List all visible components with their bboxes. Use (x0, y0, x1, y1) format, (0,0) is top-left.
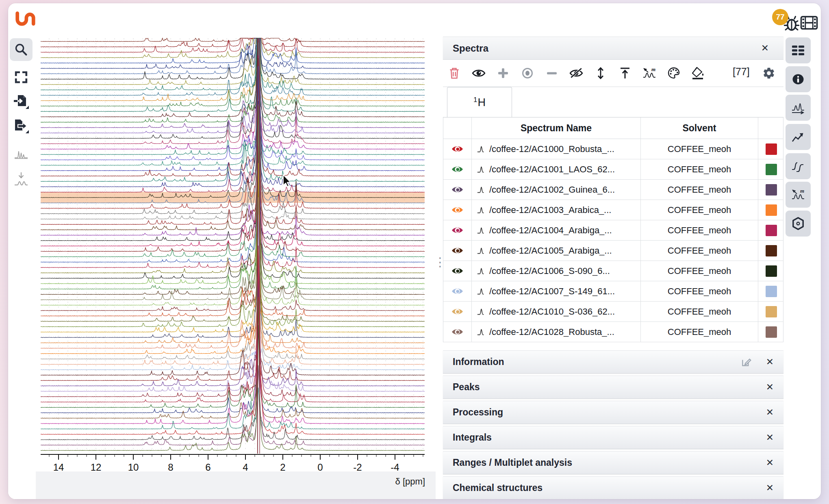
recording-film-icon[interactable] (800, 14, 818, 32)
spectra-plot-canvas[interactable]: 14121086420-2-4 (36, 36, 436, 471)
import-button[interactable] (10, 90, 33, 113)
color-swatch[interactable] (766, 164, 777, 175)
table-row[interactable]: /coffee-12/AC1003_Arabica_...COFFEE_meoh (443, 200, 783, 220)
accordion-close-button[interactable]: ✕ (766, 408, 774, 417)
center-vertically-icon[interactable] (595, 67, 606, 80)
align-top-icon[interactable] (619, 67, 631, 80)
accordion-close-button[interactable]: ✕ (766, 483, 774, 493)
visibility-eye-icon[interactable] (451, 144, 464, 154)
visibility-eye-icon[interactable] (451, 327, 464, 337)
header-color-column (758, 117, 784, 139)
panel-settings-gear-icon[interactable] (762, 67, 776, 80)
x-axis-tick-label: 10 (128, 462, 139, 471)
color-swatch[interactable] (766, 286, 777, 297)
arrow-down-to-peaks-icon (13, 171, 29, 188)
spectrum-name: /coffee-12/AC1001_LAOS_62... (489, 164, 615, 175)
spectra-table: Spectrum Name Solvent /coffee-12/AC1000_… (443, 117, 783, 342)
app-logo[interactable] (14, 10, 37, 28)
color-swatch[interactable] (766, 326, 777, 338)
table-row[interactable]: /coffee-12/AC1028_Robusta_...COFFEE_meoh (443, 322, 783, 342)
baseline-correction-button[interactable] (10, 168, 33, 191)
zoom-tool-button[interactable] (10, 38, 33, 61)
visibility-eye-icon[interactable] (451, 185, 464, 194)
spectrum-name: /coffee-12/AC1003_Arabica_... (489, 205, 611, 215)
information-panel-button[interactable] (786, 66, 811, 92)
panel-splitter-handle[interactable]: ⋮ (434, 259, 441, 283)
accordion-close-button[interactable]: ✕ (766, 357, 774, 367)
accordion-processing[interactable]: Processing✕ (443, 401, 783, 424)
table-row[interactable]: /coffee-12/AC1007_S-149_61...COFFEE_meoh (443, 281, 783, 302)
fullscreen-button[interactable] (10, 66, 33, 89)
accordion-information[interactable]: Information✕ (443, 350, 783, 374)
visibility-eye-icon[interactable] (451, 205, 464, 215)
table-row[interactable]: /coffee-12/AC1002_Guinea_6...COFFEE_meoh (443, 180, 783, 200)
accordion-peaks[interactable]: Peaks✕ (443, 376, 783, 399)
accordion-close-button[interactable]: ✕ (766, 433, 774, 442)
apodization-tool-button[interactable] (10, 142, 33, 165)
auto-ranges-multiplet-icon[interactable]: m (642, 67, 656, 80)
header-spectrum-name: Spectrum Name (472, 117, 641, 139)
chemical-structure-panel-button[interactable] (786, 211, 811, 237)
tab-label: H (477, 96, 486, 109)
add-spectrum-icon[interactable] (497, 67, 509, 79)
spectra-list-panel-button[interactable] (786, 37, 811, 63)
spectrum-name: /coffee-12/AC1028_Robusta_... (489, 327, 614, 337)
color-swatch[interactable] (766, 143, 777, 155)
left-toolbar (8, 36, 36, 499)
visibility-eye-icon[interactable] (451, 266, 464, 276)
ranges-multiplet-panel-button[interactable]: m (786, 182, 811, 208)
fill-color-icon[interactable] (692, 66, 705, 80)
table-row[interactable]: /coffee-12/AC1004_Arabiga_...COFFEE_meoh (443, 220, 783, 241)
edit-icon[interactable] (741, 356, 752, 368)
export-button[interactable] (10, 115, 33, 137)
spectrum-solvent: COFFEE_meoh (641, 159, 758, 179)
tab-1h[interactable]: 1H (447, 87, 512, 117)
table-row[interactable]: /coffee-12/AC1005_Arabiga_...COFFEE_meoh (443, 241, 783, 261)
spectrum-solvent: COFFEE_meoh (641, 281, 758, 301)
color-swatch[interactable] (766, 184, 777, 196)
accordion-close-button[interactable]: ✕ (766, 382, 774, 392)
delete-spectra-icon[interactable] (449, 67, 460, 79)
visibility-eye-icon[interactable] (451, 226, 464, 235)
x-axis: 14121086420-2-4 (41, 454, 425, 471)
color-swatch[interactable] (766, 306, 777, 317)
palette-icon[interactable] (667, 67, 680, 80)
table-row[interactable]: /coffee-12/AC1006_S-090_6...COFFEE_meoh (443, 261, 783, 281)
accordion-ranges-multiplet-analysis[interactable]: Ranges / Multiplet analysis✕ (443, 451, 783, 474)
hide-selected-eye-off-icon[interactable] (569, 67, 583, 79)
visibility-eye-icon[interactable] (451, 246, 464, 255)
spectrum-peak-icon (477, 226, 486, 235)
spectra-table-header: Spectrum Name Solvent (443, 117, 783, 139)
spectrum-peak-icon (477, 145, 486, 153)
accordion-integrals[interactable]: Integrals✕ (443, 426, 783, 449)
accordion-close-button[interactable]: ✕ (766, 458, 774, 467)
active-spectrum-radio-icon[interactable] (521, 67, 534, 79)
table-row[interactable]: /coffee-12/AC1010_S-036_62...COFFEE_meoh (443, 302, 783, 322)
peaks-panel-button[interactable] (786, 95, 811, 121)
x-axis-tick-label: 14 (53, 462, 64, 471)
x-axis-tick-label: 4 (243, 462, 248, 471)
visibility-eye-icon[interactable] (451, 287, 464, 296)
x-axis-unit-label: δ [ppm] (395, 476, 425, 487)
table-row[interactable]: /coffee-12/AC1001_LAOS_62...COFFEE_meoh (443, 159, 783, 180)
processing-panel-button[interactable] (786, 124, 811, 150)
visibility-eye-icon[interactable] (451, 165, 464, 174)
accordion-chemical-structures[interactable]: Chemical structures✕ (443, 476, 783, 499)
visibility-eye-icon[interactable] (451, 307, 464, 316)
remove-icon[interactable] (546, 67, 558, 79)
show-all-eye-icon[interactable] (472, 68, 486, 78)
color-swatch[interactable] (766, 265, 777, 277)
color-swatch[interactable] (766, 204, 777, 216)
table-row[interactable]: /coffee-12/AC1000_Robusta_...COFFEE_meoh (443, 139, 783, 159)
spectrum-peak-icon (477, 246, 486, 255)
multiplet-icon: m (791, 188, 805, 201)
import-icon (13, 93, 29, 110)
color-swatch[interactable] (766, 245, 777, 256)
spectrum-name: /coffee-12/AC1004_Arabiga_... (489, 225, 612, 236)
color-swatch[interactable] (766, 225, 777, 236)
spectrum-peak-icon (477, 165, 486, 174)
spectrum-solvent: COFFEE_meoh (641, 241, 758, 261)
integrals-panel-button[interactable] (786, 153, 811, 179)
close-panel-button[interactable]: ✕ (761, 43, 769, 53)
fullscreen-icon (15, 71, 28, 84)
